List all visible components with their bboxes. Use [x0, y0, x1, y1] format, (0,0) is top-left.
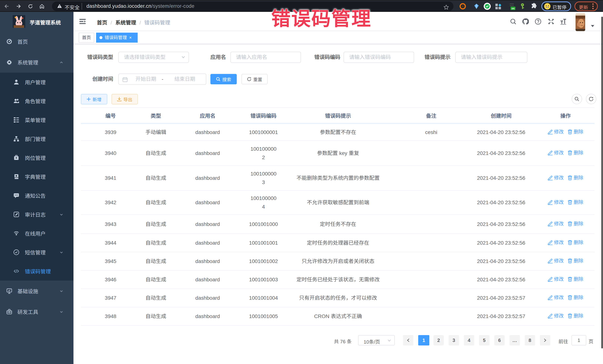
svg-text:on: on	[511, 7, 514, 10]
